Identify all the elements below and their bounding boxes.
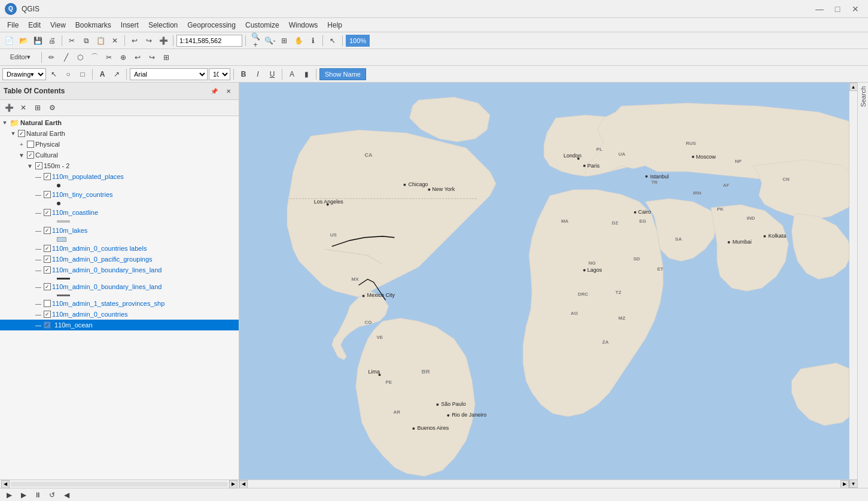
italic-button[interactable]: I	[251, 68, 264, 81]
cl-checkbox[interactable]	[44, 245, 51, 252]
select-button[interactable]: ↖	[326, 34, 339, 47]
pac-expand-icon[interactable]: —	[35, 256, 42, 263]
font-color-button[interactable]: A	[285, 68, 299, 81]
font-select[interactable]: Arial	[130, 68, 208, 80]
close-button[interactable]: ✕	[848, 3, 863, 15]
menu-item-edit[interactable]: Edit	[23, 20, 45, 31]
toc-cultural[interactable]: ▼ Cultural	[0, 150, 239, 160]
states-expand-icon[interactable]: —	[35, 300, 42, 307]
menu-item-insert[interactable]: Insert	[116, 20, 144, 31]
ne-df-expand-icon[interactable]: ▼	[10, 130, 17, 137]
scale-input[interactable]	[176, 35, 242, 47]
map-refresh-btn[interactable]: ↺	[45, 488, 59, 502]
toc-countries[interactable]: — 110m_admin_0_countries	[0, 309, 239, 320]
toc-states[interactable]: — 110m_admin_1_states_provinces_shp	[0, 298, 239, 309]
minimize-button[interactable]: —	[812, 3, 827, 15]
map-hscroll-right[interactable]: ▶	[840, 480, 849, 488]
text-tool[interactable]: A	[96, 68, 109, 81]
pan-button[interactable]: ✋	[292, 34, 305, 47]
toc-coastline[interactable]: — 110m_coastline	[0, 207, 239, 218]
menu-item-windows[interactable]: Windows	[284, 20, 323, 31]
toc-lakes[interactable]: — 110m_lakes	[0, 225, 239, 236]
menu-item-view[interactable]: View	[45, 20, 71, 31]
map-play-btn[interactable]: ▶	[2, 488, 16, 502]
maximize-button[interactable]: □	[830, 3, 845, 15]
menu-item-customize[interactable]: Customize	[240, 20, 284, 31]
paste-button[interactable]: 📋	[94, 34, 107, 47]
toc-hscroll-right[interactable]: ▶	[229, 480, 237, 488]
cultural-expand-icon[interactable]: ▼	[18, 152, 25, 159]
highlight-button[interactable]: ▮	[300, 68, 313, 81]
map-vscroll-down[interactable]: ▼	[849, 479, 858, 488]
zoom-out-button[interactable]: 🔍-	[263, 34, 276, 47]
toc-boundary2[interactable]: — 110m_admin_0_boundary_lines_land	[0, 281, 239, 292]
pac-checkbox[interactable]	[44, 256, 51, 263]
toc-150m[interactable]: ▼ 150m - 2	[0, 160, 239, 171]
root-expand-icon[interactable]: ▼	[1, 119, 8, 126]
states-checkbox[interactable]	[44, 300, 51, 307]
edit-vertex-button[interactable]: ✏	[45, 51, 58, 64]
countries-expand-icon[interactable]: —	[35, 311, 42, 318]
edit-snap-button[interactable]: ⊞	[160, 51, 173, 64]
print-button[interactable]: 🖨	[45, 34, 59, 47]
edit-curve-button[interactable]: ⌒	[88, 51, 101, 64]
toc-pacific[interactable]: — 110m_admin_0_pacific_groupings	[0, 254, 239, 265]
zoom-full-button[interactable]: ⊞	[278, 34, 291, 47]
toc-add-layer[interactable]: ➕	[2, 101, 16, 114]
toc-natural-earth-df[interactable]: ▼ Natural Earth	[0, 128, 239, 139]
edit-redo-button[interactable]: ↪	[145, 51, 159, 64]
toc-populated-places[interactable]: — 110m_populated_places	[0, 171, 239, 182]
drawing-tool2[interactable]: □	[76, 68, 89, 81]
cl-expand-icon[interactable]: —	[35, 245, 42, 252]
font-size-select[interactable]: 10	[209, 68, 230, 80]
edit-poly-button[interactable]: ⬡	[74, 51, 87, 64]
toc-close-button[interactable]: ✕	[222, 84, 235, 98]
copy-button[interactable]: ⧉	[80, 34, 93, 47]
toc-hscroll-left[interactable]: ◀	[1, 480, 10, 488]
search-label[interactable]: Search	[858, 83, 868, 111]
toc-root-item[interactable]: ▼ 📁 Natural Earth	[0, 117, 239, 128]
toc-boundary1[interactable]: — 110m_admin_0_boundary_lines_land	[0, 265, 239, 275]
map-hscroll[interactable]: ◀ ▶	[239, 479, 849, 488]
cultural-checkbox[interactable]	[27, 151, 34, 159]
edit-merge-button[interactable]: ⊕	[117, 51, 130, 64]
physical-expand-icon[interactable]: +	[18, 141, 25, 148]
150m-checkbox[interactable]	[35, 162, 42, 169]
underline-button[interactable]: U	[266, 68, 279, 81]
b2-checkbox[interactable]	[44, 283, 51, 290]
show-name-button[interactable]: Show Name	[319, 68, 366, 80]
lakes-checkbox[interactable]	[44, 227, 51, 234]
edit-cut-button[interactable]: ✂	[102, 51, 115, 64]
tiny-expand-icon[interactable]: —	[35, 192, 42, 198]
coast-expand-icon[interactable]: —	[35, 209, 42, 216]
toc-pin-button[interactable]: 📌	[208, 84, 221, 98]
bold-button[interactable]: B	[237, 68, 250, 81]
map-play-btn2[interactable]: ▶	[17, 488, 30, 502]
new-button[interactable]: 📄	[2, 34, 16, 47]
map-prev-btn[interactable]: ◀	[60, 488, 73, 502]
toc-physical[interactable]: + Physical	[0, 139, 239, 150]
menu-item-bookmarks[interactable]: Bookmarks	[71, 20, 116, 31]
cut-button[interactable]: ✂	[65, 34, 78, 47]
map-area[interactable]: Moscow London Paris Istanbul Cairo Lagos…	[239, 83, 857, 488]
lakes-expand-icon[interactable]: —	[35, 227, 42, 234]
coast-checkbox[interactable]	[44, 209, 51, 216]
edit-line-button[interactable]: ╱	[59, 51, 72, 64]
save-button[interactable]: 💾	[31, 34, 44, 47]
drawing-cursor[interactable]: ↖	[47, 68, 60, 81]
toc-options[interactable]: ⚙	[45, 101, 59, 114]
zoom-in-button[interactable]: 🔍+	[249, 34, 262, 47]
toc-remove-layer[interactable]: ✕	[17, 101, 30, 114]
identify-button[interactable]: ℹ	[306, 34, 319, 47]
open-button[interactable]: 📂	[17, 34, 30, 47]
callout-tool[interactable]: ↗	[110, 68, 123, 81]
toc-countries-labels[interactable]: — 110m_admin_0_countries labels	[0, 243, 239, 254]
edit-undo-button[interactable]: ↩	[131, 51, 144, 64]
editor-dropdown[interactable]: Editor▾	[2, 51, 38, 64]
ocean-checkbox[interactable]	[44, 321, 51, 329]
undo-button[interactable]: ↩	[128, 34, 141, 47]
physical-checkbox[interactable]	[27, 141, 34, 148]
map-pause-btn[interactable]: ⏸	[31, 488, 44, 502]
toc-group[interactable]: ⊞	[31, 101, 44, 114]
menu-item-selection[interactable]: Selection	[144, 20, 182, 31]
